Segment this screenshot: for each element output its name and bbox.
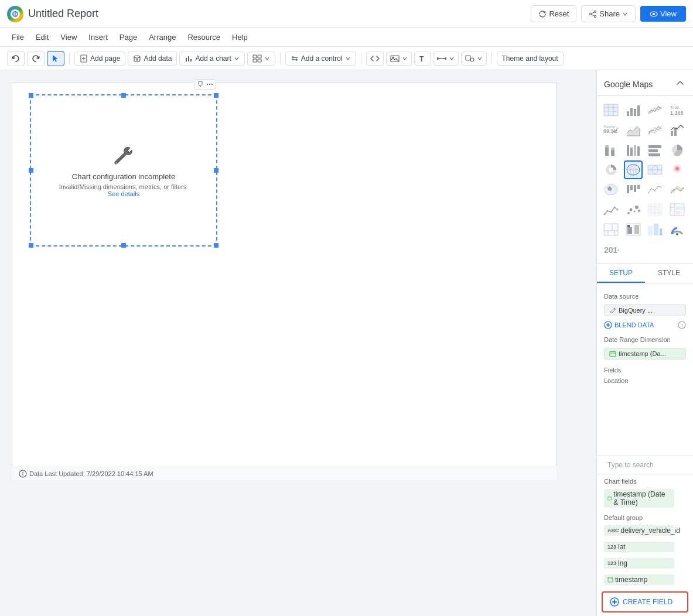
handle-tl[interactable] [29, 93, 33, 98]
undo-button[interactable] [7, 51, 25, 66]
redo-button[interactable] [27, 51, 45, 66]
handle-bl[interactable] [29, 243, 33, 248]
data-source-chip[interactable]: BigQuery ... [604, 304, 686, 316]
menu-file[interactable]: File [7, 30, 29, 44]
image-button[interactable] [386, 52, 412, 66]
menu-arrange[interactable]: Arrange [144, 30, 180, 44]
control-dropdown-icon [345, 56, 351, 61]
chart-field-label-0: timestamp (Date & Time) [613, 490, 671, 507]
text-icon: T [418, 54, 426, 63]
text-button[interactable]: T [414, 52, 431, 66]
chart-type-pivot[interactable] [668, 200, 687, 219]
chart-type-world-map[interactable] [646, 160, 664, 179]
chart-type-column[interactable] [602, 141, 620, 159]
view-button[interactable]: View [640, 6, 686, 22]
num-icon-1: 123 [607, 544, 616, 550]
collapse-panel-button[interactable] [674, 77, 686, 91]
code-button[interactable] [366, 52, 384, 66]
menu-resource[interactable]: Resource [183, 30, 225, 44]
default-field-1[interactable]: 123 lat [597, 539, 693, 555]
svg-rect-85 [637, 185, 640, 189]
default-field-label-0: delivery_vehicle_id [621, 526, 680, 535]
canvas[interactable]: Chart configuration incomplete Invalid/M… [12, 82, 557, 480]
handle-tr[interactable] [214, 93, 219, 98]
chart-error-subtitle: Invalid/Missing dimensions, metrics, or … [59, 183, 189, 190]
add-control-button[interactable]: Add a control [285, 52, 356, 66]
default-field-0[interactable]: ABC delivery_vehicle_id [597, 522, 693, 539]
search-input[interactable] [607, 461, 693, 469]
chart-type-scorecard2[interactable]: Total 1,168 [668, 101, 687, 119]
pin-icon [197, 81, 204, 88]
share-button[interactable]: Share [581, 5, 636, 22]
chart-grid-button[interactable] [247, 52, 275, 66]
handle-mr[interactable] [214, 168, 219, 173]
help-icon[interactable]: ? [678, 321, 686, 329]
chart-type-line[interactable] [646, 101, 664, 119]
handle-ml[interactable] [29, 168, 33, 173]
menu-edit[interactable]: Edit [31, 30, 53, 44]
chart-type-session[interactable]: Sessions 69.3K [602, 121, 620, 139]
chart-type-gauge[interactable] [624, 220, 643, 239]
chart-type-donut[interactable] [602, 160, 620, 179]
chart-container[interactable]: Chart configuration incomplete Invalid/M… [30, 94, 217, 247]
line-button[interactable] [433, 52, 459, 66]
chart-field-timestamp[interactable]: timestamp (Date & Time) [597, 486, 693, 511]
svg-point-88 [610, 211, 612, 213]
menu-help[interactable]: Help [227, 30, 252, 44]
default-field-2[interactable]: 123 lng [597, 555, 693, 571]
chart-type-scorecard[interactable] [602, 101, 620, 119]
menu-view[interactable]: View [56, 30, 81, 44]
tab-setup[interactable]: SETUP [597, 264, 645, 283]
svg-point-95 [638, 210, 640, 212]
handle-br[interactable] [214, 243, 219, 248]
chevron-up-icon [675, 78, 685, 88]
chart-type-scatter[interactable] [624, 180, 643, 199]
menu-insert[interactable]: Insert [84, 30, 112, 44]
chart-type-area[interactable] [624, 121, 643, 139]
chart-type-custom[interactable]: 201+ [602, 240, 620, 259]
create-field-button[interactable]: CREATE FIELD [602, 591, 688, 612]
date-range-chip[interactable]: timestamp (Da... [604, 348, 686, 360]
add-page-button[interactable]: Add page [74, 52, 125, 66]
chart-type-pie[interactable] [668, 141, 687, 159]
chart-type-bar-color[interactable] [646, 220, 664, 239]
chart-type-geo-map[interactable] [624, 160, 643, 179]
reset-button[interactable]: Reset [531, 5, 576, 22]
handle-tc[interactable] [121, 93, 126, 98]
handle-bc[interactable] [121, 243, 126, 248]
share-dropdown-icon [622, 11, 628, 17]
chart-type-bubble[interactable] [646, 200, 664, 219]
svg-rect-57 [605, 148, 609, 156]
canvas-wrapper: Chart configuration incomplete Invalid/M… [12, 82, 557, 480]
chart-type-heatmap[interactable] [668, 160, 687, 179]
default-field-label-1: lat [618, 543, 626, 551]
chart-type-treemap[interactable] [602, 220, 620, 239]
chart-type-multi-line[interactable] [646, 121, 664, 139]
add-data-button[interactable]: Add data [128, 52, 177, 66]
theme-layout-button[interactable]: Theme and layout [497, 52, 564, 66]
chart-type-stacked2[interactable] [646, 141, 664, 159]
select-tool-button[interactable] [47, 51, 64, 66]
chart-type-waterfall[interactable] [602, 200, 620, 219]
more-icon[interactable] [206, 81, 213, 88]
add-chart-button[interactable]: Add a chart [179, 52, 244, 66]
shape-button[interactable] [461, 52, 487, 66]
data-source-row: BigQuery ... [597, 302, 693, 319]
default-field-3[interactable]: timestamp [597, 571, 693, 588]
chart-type-area2[interactable] [646, 180, 664, 199]
chart-type-combo2[interactable] [668, 180, 687, 199]
blend-data-button[interactable]: BLEND DATA [604, 321, 654, 329]
chart-type-filled-map[interactable] [602, 180, 620, 199]
menu-page[interactable]: Page [115, 30, 142, 44]
default-field-label-3: timestamp [615, 576, 647, 584]
chart-type-bar[interactable] [624, 101, 643, 119]
chart-type-stacked-bar[interactable] [624, 141, 643, 159]
tab-style[interactable]: STYLE [645, 264, 693, 283]
chart-type-scatter2[interactable] [624, 200, 643, 219]
svg-point-33 [470, 58, 474, 61]
chart-type-combo[interactable] [668, 121, 687, 139]
chart-type-arc[interactable] [668, 220, 687, 239]
see-details-link[interactable]: See details [108, 190, 139, 197]
add-page-icon [80, 54, 88, 63]
svg-rect-82 [627, 185, 629, 193]
